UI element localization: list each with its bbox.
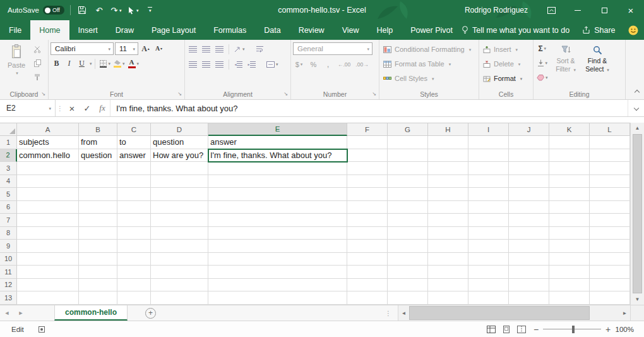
- borders-dropdown-icon[interactable]: ▾: [109, 61, 111, 66]
- font-name-select[interactable]: Calibri▾: [51, 42, 114, 55]
- cell-J8[interactable]: [509, 227, 549, 240]
- scroll-up-icon[interactable]: ▲: [631, 123, 644, 133]
- cell-A13[interactable]: [17, 291, 79, 305]
- cell-I3[interactable]: [468, 162, 509, 175]
- maximize-button[interactable]: [591, 0, 617, 20]
- cell-J13[interactable]: [509, 291, 549, 305]
- cell-G7[interactable]: [388, 214, 428, 227]
- cell-I4[interactable]: [468, 175, 509, 188]
- cell-B11[interactable]: [79, 266, 117, 279]
- cell-A3[interactable]: [17, 162, 79, 175]
- cell-C13[interactable]: [117, 291, 151, 305]
- zoom-in-button[interactable]: +: [601, 324, 615, 334]
- cell-H6[interactable]: [428, 201, 468, 214]
- cell-D2[interactable]: How are you?: [151, 149, 208, 162]
- cell-K3[interactable]: [549, 162, 590, 175]
- cell-G4[interactable]: [388, 175, 428, 188]
- cancel-button[interactable]: ×: [64, 100, 80, 116]
- cell-A6[interactable]: [17, 201, 79, 214]
- cell-D6[interactable]: [151, 201, 208, 214]
- cell-E8[interactable]: [208, 227, 347, 240]
- fill-color-button[interactable]: ▾: [112, 58, 126, 70]
- cut-button[interactable]: [31, 43, 43, 55]
- cell-E4[interactable]: [208, 175, 347, 188]
- row-header-7[interactable]: 7: [0, 214, 17, 227]
- row-header-2[interactable]: 2: [0, 149, 17, 162]
- font-color-dropdown-icon[interactable]: ▾: [137, 61, 140, 66]
- cell-F12[interactable]: [347, 279, 388, 292]
- cell-L1[interactable]: [590, 136, 630, 149]
- macro-record-button[interactable]: [38, 326, 45, 333]
- cell-E7[interactable]: [208, 214, 347, 227]
- cell-I1[interactable]: [468, 136, 509, 149]
- ribbon-collapse-button[interactable]: [635, 88, 639, 95]
- cell-F1[interactable]: [347, 136, 388, 149]
- cell-C5[interactable]: [117, 188, 151, 201]
- cell-H3[interactable]: [428, 162, 468, 175]
- cell-H1[interactable]: [428, 136, 468, 149]
- italic-button[interactable]: I: [63, 58, 75, 70]
- cell-K5[interactable]: [549, 188, 590, 201]
- increase-decimal-button[interactable]: ←.00: [337, 58, 352, 70]
- add-sheet-button[interactable]: +: [145, 308, 156, 319]
- cell-J7[interactable]: [509, 214, 549, 227]
- cell-I11[interactable]: [468, 266, 509, 279]
- decrease-font-size-button[interactable]: A▾: [153, 43, 165, 55]
- cell-K12[interactable]: [549, 279, 590, 292]
- align-center-button[interactable]: [200, 58, 212, 70]
- cell-A2[interactable]: common.hello: [17, 149, 79, 162]
- sheet-tab-common-hello[interactable]: common-hello: [54, 305, 128, 321]
- view-page-break-button[interactable]: [514, 322, 529, 336]
- cell-G8[interactable]: [388, 227, 428, 240]
- tab-view[interactable]: View: [333, 20, 368, 40]
- tab-file[interactable]: File: [0, 20, 30, 40]
- row-header-1[interactable]: 1: [0, 136, 17, 149]
- merge-dropdown-icon[interactable]: ▾: [276, 62, 278, 66]
- cell-H7[interactable]: [428, 214, 468, 227]
- horizontal-scroll-thumb[interactable]: [409, 306, 590, 320]
- conditional-formatting-button[interactable]: Conditional Formatting▾: [381, 43, 473, 56]
- row-header-4[interactable]: 4: [0, 175, 17, 188]
- cell-D7[interactable]: [151, 214, 208, 227]
- cell-K8[interactable]: [549, 227, 590, 240]
- cell-L4[interactable]: [590, 175, 630, 188]
- cell-L7[interactable]: [590, 214, 630, 227]
- font-color-button[interactable]: A▾: [127, 58, 141, 70]
- tab-review[interactable]: Review: [290, 20, 333, 40]
- cell-I9[interactable]: [468, 240, 509, 253]
- cell-H13[interactable]: [428, 291, 468, 305]
- cell-E13[interactable]: [208, 291, 347, 305]
- cell-G6[interactable]: [388, 201, 428, 214]
- cell-L8[interactable]: [590, 227, 630, 240]
- quick-access-overflow-button[interactable]: ▾: [145, 3, 156, 18]
- cell-I13[interactable]: [468, 291, 509, 305]
- column-header-A[interactable]: A: [17, 123, 79, 136]
- tab-formulas[interactable]: Formulas: [205, 20, 255, 40]
- tab-page-layout[interactable]: Page Layout: [143, 20, 205, 40]
- cell-C9[interactable]: [117, 240, 151, 253]
- clear-button[interactable]: ▾: [535, 71, 549, 83]
- borders-button[interactable]: ▾: [98, 58, 112, 70]
- cell-I10[interactable]: [468, 253, 509, 266]
- close-button[interactable]: ×: [617, 0, 644, 20]
- cell-C7[interactable]: [117, 214, 151, 227]
- font-size-select[interactable]: 11▾: [115, 42, 138, 55]
- vertical-scrollbar[interactable]: ▲ ▼: [630, 123, 644, 305]
- cell-K9[interactable]: [549, 240, 590, 253]
- cell-I7[interactable]: [468, 214, 509, 227]
- font-dialog-launcher[interactable]: ↘: [177, 92, 182, 97]
- cell-B10[interactable]: [79, 253, 117, 266]
- cell-D11[interactable]: [151, 266, 208, 279]
- cell-C12[interactable]: [117, 279, 151, 292]
- format-painter-button[interactable]: [31, 71, 43, 83]
- scroll-down-icon[interactable]: ▼: [631, 294, 644, 305]
- cell-styles-button[interactable]: Cell Styles▾: [381, 72, 436, 85]
- row-header-5[interactable]: 5: [0, 188, 17, 201]
- cell-L3[interactable]: [590, 162, 630, 175]
- column-header-H[interactable]: H: [428, 123, 468, 136]
- align-middle-button[interactable]: [200, 43, 212, 55]
- cell-E10[interactable]: [208, 253, 347, 266]
- align-left-button[interactable]: [187, 58, 199, 70]
- cell-K1[interactable]: [549, 136, 590, 149]
- cell-F9[interactable]: [347, 240, 388, 253]
